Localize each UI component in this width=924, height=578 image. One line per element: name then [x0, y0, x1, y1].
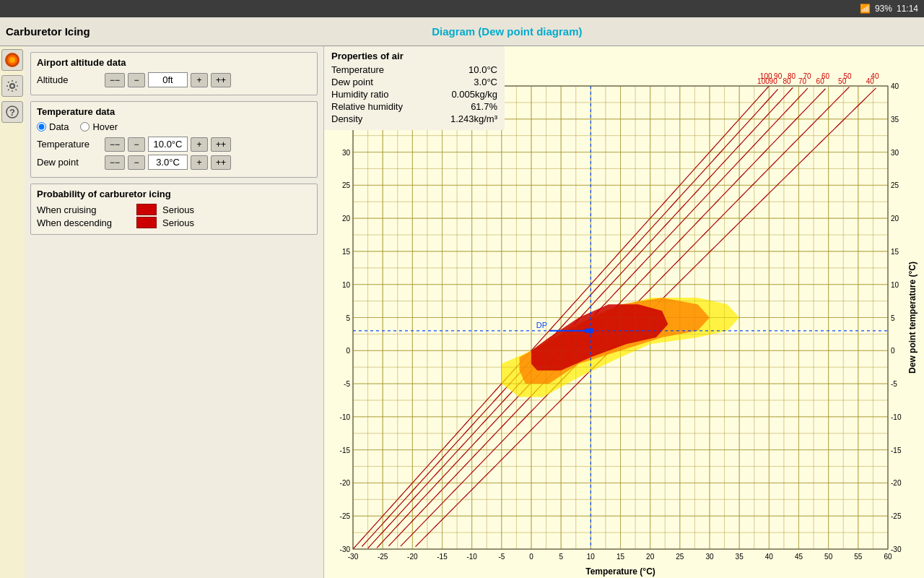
radio-data-input[interactable]	[37, 122, 46, 131]
radio-data-option[interactable]: Data	[37, 121, 69, 132]
icing-descending-row: When descending Serious	[37, 217, 311, 228]
prop-dewpoint-val: 3.0°C	[474, 77, 497, 87]
prop-density-val: 1.243kg/m³	[450, 113, 497, 124]
radio-hover-label: Hover	[92, 121, 118, 132]
help-icon[interactable]: ?	[1, 101, 23, 123]
time-display: 11:14	[897, 4, 918, 14]
left-panel: Airport altitude data Altitude −− − 0ft …	[25, 46, 324, 578]
prop-dewpoint: Dew point 3.0°C	[331, 77, 497, 87]
altitude-row: Altitude −− − 0ft + ++	[37, 72, 311, 87]
prop-humidity-ratio: Humidity ratio 0.005kg/kg	[331, 89, 497, 100]
logo-icon[interactable]	[1, 49, 23, 71]
icing-cruising-color	[136, 204, 157, 215]
wifi-icon: 📶	[860, 4, 871, 14]
properties-panel: Properties of air Temperature 10.0°C Dew…	[324, 46, 505, 130]
prop-temperature-val: 10.0°C	[468, 64, 497, 75]
prop-relative-humidity: Relative humidity 61.7%	[331, 101, 497, 112]
radio-hover-option[interactable]: Hover	[80, 121, 118, 132]
temperature-value: 10.0°C	[148, 137, 188, 152]
altitude-label: Altitude	[37, 74, 102, 85]
settings-icon[interactable]	[1, 75, 23, 97]
temp-plus2-btn[interactable]: ++	[211, 137, 231, 152]
properties-title: Properties of air	[331, 51, 497, 61]
icing-descending-label: When descending	[37, 217, 131, 228]
battery-indicator: 93%	[875, 4, 892, 14]
altitude-plus-btn[interactable]: +	[191, 73, 208, 87]
altitude-plus2-btn[interactable]: ++	[211, 73, 231, 87]
app-header: Carburetor Icing Diagram (Dew point diag…	[0, 17, 924, 46]
icing-cruising-row: When cruising Serious	[37, 204, 311, 215]
title-bar-right: 📶 93% 11:14	[860, 4, 918, 14]
icing-cruising-severity: Serious	[162, 204, 194, 215]
prop-humidity-ratio-key: Humidity ratio	[331, 89, 388, 100]
dewpoint-label: Dew point	[37, 157, 102, 168]
main-content: ? Airport altitude data Altitude −− − 0f…	[0, 46, 924, 578]
prop-relative-humidity-val: 61.7%	[471, 101, 497, 112]
diagram-title: Diagram (Dew point diagram)	[96, 25, 918, 38]
prop-density-key: Density	[331, 113, 362, 124]
airport-altitude-title: Airport altitude data	[37, 57, 311, 68]
radio-hover-input[interactable]	[80, 122, 90, 131]
svg-point-3	[10, 84, 14, 88]
icing-probability-title: Probability of carburetor icing	[37, 189, 311, 199]
altitude-value: 0ft	[148, 72, 188, 87]
temperature-data-title: Temperature data	[37, 106, 311, 117]
icing-descending-color	[136, 217, 157, 228]
radio-data-label: Data	[49, 121, 69, 132]
prop-density: Density 1.243kg/m³	[331, 113, 497, 124]
temp-minus2-btn[interactable]: −−	[105, 137, 125, 152]
icing-probability-section: Probability of carburetor icing When cru…	[30, 184, 318, 235]
svg-text:?: ?	[9, 107, 15, 118]
icing-descending-severity: Serious	[162, 217, 194, 228]
temperature-label: Temperature	[37, 139, 102, 150]
altitude-minus2-btn[interactable]: −−	[105, 73, 125, 87]
temp-minus-btn[interactable]: −	[128, 137, 145, 152]
dp-minus-btn[interactable]: −	[128, 155, 145, 170]
radio-row: Data Hover	[37, 121, 311, 132]
app-title: Carburetor Icing	[6, 25, 90, 38]
prop-relative-humidity-key: Relative humidity	[331, 101, 403, 112]
dewpoint-value: 3.0°C	[148, 155, 188, 170]
temperature-row: Temperature −− − 10.0°C + ++	[37, 137, 311, 152]
airport-altitude-section: Airport altitude data Altitude −− − 0ft …	[30, 52, 318, 95]
temperature-data-section: Temperature data Data Hover Temperature …	[30, 101, 318, 178]
title-bar: 📶 93% 11:14	[0, 0, 924, 17]
prop-dewpoint-key: Dew point	[331, 77, 373, 87]
dp-plus-btn[interactable]: +	[191, 155, 208, 170]
dp-plus2-btn[interactable]: ++	[211, 155, 231, 170]
prop-temperature-key: Temperature	[331, 64, 384, 75]
temp-plus-btn[interactable]: +	[191, 137, 208, 152]
dp-minus2-btn[interactable]: −−	[105, 155, 125, 170]
svg-point-2	[9, 57, 15, 63]
chart-area[interactable]: Properties of air Temperature 10.0°C Dew…	[324, 46, 924, 578]
prop-humidity-ratio-val: 0.005kg/kg	[451, 89, 497, 100]
left-icons: ?	[0, 46, 25, 578]
dewpoint-row: Dew point −− − 3.0°C + ++	[37, 155, 311, 170]
altitude-minus-btn[interactable]: −	[128, 73, 145, 87]
icing-cruising-label: When cruising	[37, 204, 131, 215]
prop-temperature: Temperature 10.0°C	[331, 64, 497, 75]
full-left-panel: ? Airport altitude data Altitude −− − 0f…	[0, 46, 324, 578]
